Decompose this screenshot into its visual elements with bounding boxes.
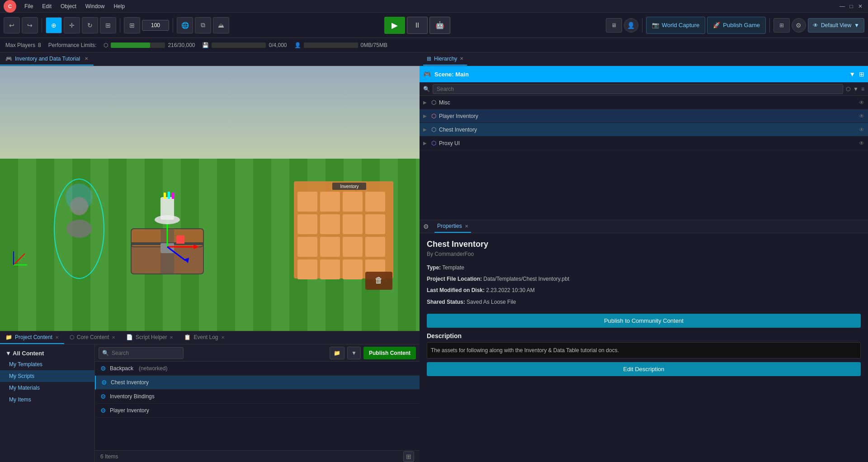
- maximize-button[interactable]: □: [847, 2, 855, 10]
- edit-description-button[interactable]: Edit Description: [427, 362, 861, 376]
- tab-project-content[interactable]: 📁 Project Content ✕: [0, 331, 64, 344]
- misc-expand-icon[interactable]: ▶: [423, 100, 429, 105]
- hierarchy-row-player-inventory[interactable]: ▶ ⬡ Player Inventory 👁: [420, 109, 868, 123]
- play-button[interactable]: ▶: [384, 17, 405, 34]
- project-content-close[interactable]: ✕: [55, 335, 59, 340]
- sidebar-item-templates[interactable]: My Templates: [0, 358, 94, 370]
- properties-tab-close[interactable]: ✕: [465, 224, 468, 229]
- player-inv-expand-icon[interactable]: ▶: [423, 113, 429, 118]
- chest-inventory-label: Chest Inventory: [111, 379, 149, 386]
- player-inventory-label: Player Inventory: [110, 407, 149, 414]
- pause-button[interactable]: ⏸: [407, 17, 428, 34]
- hierarchy-tab[interactable]: ⊞ Hierarchy ✕: [423, 52, 467, 66]
- cpu-icon: ⬡: [104, 42, 108, 48]
- redo-button[interactable]: ↪: [22, 17, 38, 33]
- content-search-icon: 🔍: [102, 350, 109, 356]
- agent-button[interactable]: 🤖: [429, 17, 450, 34]
- app-logo[interactable]: C: [4, 0, 16, 13]
- select-tool-button[interactable]: ⊕: [46, 17, 62, 33]
- core-content-close[interactable]: ✕: [112, 335, 115, 340]
- monitor-button[interactable]: 🖥: [606, 18, 622, 33]
- content-filter-button[interactable]: ▼: [347, 347, 361, 359]
- script-helper-close[interactable]: ✕: [170, 335, 173, 340]
- grid-button[interactable]: ⊞: [124, 17, 140, 33]
- hierarchy-search-bar: 🔍 ⬡ ▼ ≡: [420, 82, 868, 96]
- hierarchy-filter-button[interactable]: ▼: [853, 86, 859, 92]
- max-players-label: Max Players: [5, 42, 35, 48]
- publish-community-button[interactable]: Publish to Community Content: [427, 314, 861, 328]
- person-button[interactable]: 👤: [624, 18, 638, 33]
- terrain-button[interactable]: ⛰: [213, 17, 229, 33]
- settings-button[interactable]: ⚙: [792, 18, 806, 33]
- grid-value[interactable]: 100: [142, 20, 169, 31]
- undo-button[interactable]: ↩: [4, 17, 20, 33]
- publish-content-button[interactable]: Publish Content: [363, 347, 416, 359]
- publish-game-button[interactable]: 🚀 Publish Game: [707, 17, 766, 34]
- properties-panel: Chest Inventory By CommanderFoo Type: Te…: [420, 233, 868, 462]
- menu-edit[interactable]: Edit: [38, 1, 56, 11]
- scene-icon: 🎮: [423, 71, 431, 78]
- grid-view-button[interactable]: ⊞: [403, 451, 414, 462]
- list-item-inventory-bindings[interactable]: ⚙ Inventory Bindings: [95, 390, 420, 404]
- viewport-tab-bar: 🎮 Inventory and Data Tutorial ✕: [0, 52, 420, 66]
- hierarchy-grid-button[interactable]: ⊞: [859, 71, 864, 78]
- toolbar-separator-3: [173, 18, 173, 33]
- tab-core-content[interactable]: ⬡ Core Content ✕: [64, 331, 121, 344]
- list-item-backpack[interactable]: ⚙ Backpack (networked): [95, 362, 420, 376]
- hierarchy-tab-close[interactable]: ✕: [460, 56, 463, 61]
- list-item-chest-inventory[interactable]: ⚙ Chest Inventory: [95, 376, 420, 390]
- layers-button[interactable]: ⧉: [195, 17, 211, 33]
- player-inv-label: Player Inventory: [439, 113, 856, 119]
- hierarchy-row-misc[interactable]: ▶ ⬡ Misc 👁: [420, 96, 868, 109]
- publish-game-label: Publish Game: [723, 22, 760, 28]
- content-search-input[interactable]: [99, 347, 184, 359]
- move-tool-button[interactable]: ✛: [64, 17, 80, 33]
- chest-inv-item-icon: ⬡: [431, 126, 436, 133]
- hierarchy-dropdown-button[interactable]: ▼: [849, 71, 855, 78]
- chest-inv-visibility-icon[interactable]: 👁: [859, 127, 864, 133]
- content-main: 🔍 📁 ▼ Publish Content ⚙ Backpack (networ…: [95, 344, 420, 462]
- hierarchy-columns-button[interactable]: ≡: [861, 86, 864, 92]
- sidebar-item-materials[interactable]: My Materials: [0, 382, 94, 394]
- player-inventory-icon: ⚙: [100, 407, 106, 414]
- tab-event-log[interactable]: 📋 Event Log ✕: [179, 331, 230, 344]
- menu-help[interactable]: Help: [109, 1, 129, 11]
- sidebar-item-items[interactable]: My Items: [0, 394, 94, 405]
- properties-tab[interactable]: Properties ✕: [434, 220, 471, 233]
- close-button[interactable]: ✕: [856, 2, 864, 10]
- globe-button[interactable]: 🌐: [177, 17, 193, 33]
- proxy-ui-visibility-icon[interactable]: 👁: [859, 140, 864, 146]
- event-log-close[interactable]: ✕: [221, 335, 225, 340]
- right-panel: ⊞ Hierarchy ✕ 🎮 Scene: Main ▼ ⊞ 🔍 ⬡ ▼ ≡: [420, 52, 868, 462]
- content-folder-button[interactable]: 📁: [330, 347, 344, 359]
- core-content-icon: ⬡: [70, 334, 74, 340]
- menu-object[interactable]: Object: [56, 1, 81, 11]
- menu-file[interactable]: File: [20, 1, 38, 11]
- viewport[interactable]: Inventory 🗑: [0, 66, 420, 331]
- hierarchy-filter-icon[interactable]: ⬡: [846, 86, 850, 92]
- hierarchy-row-proxy-ui[interactable]: ▶ ⬡ Proxy UI 👁: [420, 137, 868, 150]
- viewport-tab-close[interactable]: ✕: [85, 56, 88, 61]
- menu-window[interactable]: Window: [81, 1, 109, 11]
- content-list: ⚙ Backpack (networked) ⚙ Chest Inventory…: [95, 362, 420, 450]
- viewport-tab[interactable]: 🎮 Inventory and Data Tutorial ✕: [0, 52, 94, 66]
- layout-button[interactable]: ⊞: [774, 18, 790, 33]
- minimize-button[interactable]: —: [838, 2, 846, 10]
- player-inv-visibility-icon[interactable]: 👁: [859, 113, 864, 119]
- misc-visibility-icon[interactable]: 👁: [859, 99, 864, 106]
- item-count: 6 Items: [100, 453, 118, 460]
- world-capture-button[interactable]: 📷 World Capture: [646, 17, 706, 34]
- list-item-player-inventory[interactable]: ⚙ Player Inventory: [95, 404, 420, 418]
- hierarchy-search-input[interactable]: [433, 84, 843, 94]
- tab-script-helper[interactable]: 📄 Script Helper ✕: [121, 331, 179, 344]
- default-view-button[interactable]: 👁 Default View ▼: [808, 18, 864, 33]
- proxy-ui-expand-icon[interactable]: ▶: [423, 141, 429, 146]
- perf-bar: Max Players 8 Performance Limits: ⬡ 216/…: [0, 38, 868, 52]
- grid-layout-icon[interactable]: ⊞: [403, 451, 414, 462]
- rotate-tool-button[interactable]: ↻: [82, 17, 98, 33]
- chest-inv-expand-icon[interactable]: ▶: [423, 127, 429, 132]
- sidebar-item-scripts[interactable]: My Scripts: [0, 370, 94, 382]
- hierarchy-row-chest-inventory[interactable]: ▶ ⬡ Chest Inventory 👁: [420, 123, 868, 137]
- all-content-expand[interactable]: ▼: [5, 350, 11, 357]
- scale-tool-button[interactable]: ⊞: [100, 17, 116, 33]
